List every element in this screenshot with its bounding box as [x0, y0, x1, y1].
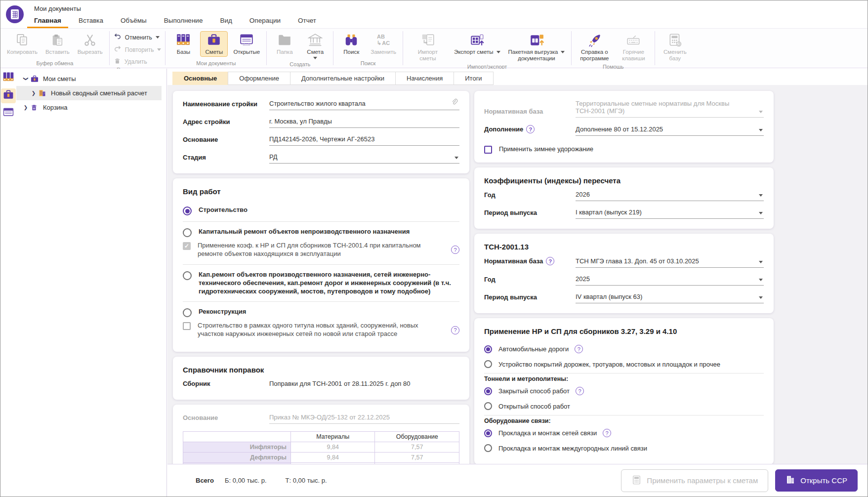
new-title-checkbox-row[interactable]: Строительство в рамках одного титула нов… — [183, 322, 459, 343]
comm-option-longdistance[interactable]: Прокладка и монтаж междугородных линий с… — [484, 441, 764, 456]
undo-button[interactable]: Отменить — [114, 33, 162, 42]
chevron-down-icon[interactable] — [759, 261, 763, 263]
tree-item-my-estimates[interactable]: Мои сметы — [16, 72, 162, 86]
period-select[interactable]: I квартал (выпуск 219) — [576, 208, 764, 219]
new-estimate-button[interactable]: Смета — [301, 31, 329, 61]
tab-dop-nastroyki[interactable]: Дополнительные настройки — [290, 72, 396, 85]
chevron-down-icon[interactable] — [313, 57, 317, 59]
supplement-select[interactable]: Дополнение 80 от 15.12.2025 — [576, 125, 764, 136]
tab-itogi[interactable]: Итоги — [454, 72, 493, 85]
tree-item-trash[interactable]: Корзина — [16, 100, 162, 115]
work-type-option-industrial-overhaul[interactable]: Кап.ремонт объектов производственного на… — [183, 266, 459, 300]
stage-select[interactable]: РД — [269, 153, 459, 164]
winter-costs-checkbox-row[interactable]: Применить зимнее удорожание — [484, 143, 764, 154]
normative-base-select[interactable]: Территориальные сметные нормативы для Мо… — [576, 100, 764, 118]
radio-icon[interactable] — [484, 360, 492, 368]
chevron-down-icon[interactable] — [759, 279, 763, 281]
radio-checked-icon[interactable] — [183, 207, 192, 215]
estimates-button[interactable]: Сметы — [200, 31, 228, 57]
chevron-right-icon[interactable] — [29, 90, 38, 96]
menu-tab-vypolnenie[interactable]: Выполнение — [157, 17, 210, 28]
menu-tab-vstavka[interactable]: Вставка — [72, 17, 110, 28]
tab-oformlenie[interactable]: Оформление — [228, 72, 290, 85]
radio-checked-icon[interactable] — [484, 429, 492, 437]
apply-parameters-button[interactable]: Применить параметры к сметам — [621, 469, 768, 492]
import-estimate-button[interactable]: Импорт сметы — [407, 31, 449, 63]
radio-checked-icon[interactable] — [484, 345, 492, 353]
indices-basis-input[interactable]: Приказ № МКЭ-ОД/25-132 от 22.12.2025 — [269, 414, 459, 424]
tunnels-option-open[interactable]: Открытый способ работ — [484, 399, 764, 414]
keyboard-icon — [626, 33, 641, 47]
menu-tab-glavnaya[interactable]: Главная — [27, 17, 68, 28]
rail-bases-button[interactable] — [1, 71, 16, 85]
rail-estimates-button[interactable] — [1, 88, 16, 103]
help-icon[interactable] — [603, 429, 611, 437]
help-icon[interactable] — [526, 125, 535, 133]
chevron-down-icon[interactable] — [21, 76, 30, 82]
construction-name-input[interactable]: Строительство жилого квартала — [269, 100, 459, 110]
overhaul-coef-checkbox-row[interactable]: Применение коэф. к НР и СП для сборников… — [183, 242, 459, 263]
change-database-button[interactable]: Сменить базу — [659, 31, 691, 63]
help-icon[interactable] — [451, 326, 459, 334]
chevron-down-icon[interactable] — [455, 157, 458, 159]
cut-button[interactable]: Вырезать — [75, 31, 105, 57]
construction-address-input[interactable]: г. Москва, ул Правды — [269, 118, 459, 128]
open-ssr-button[interactable]: Открыть ССР — [775, 469, 858, 492]
chevron-down-icon[interactable] — [759, 296, 763, 299]
new-folder-button[interactable]: Папка — [271, 31, 298, 57]
redo-button[interactable]: Повторить — [114, 45, 162, 54]
bases-button[interactable]: Базы — [169, 31, 197, 57]
work-type-option-reconstruction[interactable]: Реконструкция — [183, 303, 459, 322]
chevron-down-icon[interactable] — [157, 48, 161, 51]
search-button[interactable]: Поиск — [337, 31, 365, 57]
help-icon[interactable] — [451, 246, 459, 254]
replace-button[interactable]: ABAC Заменить — [368, 31, 399, 57]
radio-checked-icon[interactable] — [484, 387, 492, 395]
comm-option-networks[interactable]: Прокладка и монтаж сетей связи — [484, 425, 764, 441]
chevron-down-icon[interactable] — [156, 36, 160, 39]
radio-icon[interactable] — [484, 402, 492, 410]
tab-osnovnye[interactable]: Основные — [172, 72, 228, 85]
opened-button[interactable]: Открытые — [231, 31, 262, 57]
roads-option-pavements[interactable]: Устройство покрытий дорожек, тротуаров, … — [484, 357, 764, 372]
copy-button[interactable]: Копировать — [4, 31, 40, 57]
delete-button[interactable]: Удалить — [114, 57, 162, 66]
export-estimate-button[interactable]: Экспорт сметы — [452, 31, 503, 57]
menu-tab-operacii[interactable]: Операции — [243, 17, 288, 28]
radio-icon[interactable] — [183, 271, 192, 280]
radio-icon[interactable] — [484, 444, 492, 452]
hotkeys-button[interactable]: Горячие клавиши — [616, 31, 651, 63]
year-select[interactable]: 2026 — [576, 191, 764, 201]
basis-input[interactable]: ПД142145-2026, Чертежи АГ-26523 — [269, 135, 459, 146]
chevron-right-icon[interactable] — [21, 105, 30, 110]
chevron-down-icon[interactable] — [759, 111, 763, 113]
checkbox-icon[interactable] — [484, 146, 492, 154]
tunnels-option-closed[interactable]: Закрытый способ работ — [484, 383, 764, 399]
radio-icon[interactable] — [183, 228, 192, 237]
help-icon[interactable] — [576, 387, 584, 395]
menu-tab-otchet[interactable]: Отчет — [291, 17, 323, 28]
checkbox-checked-icon[interactable] — [183, 242, 191, 250]
radio-icon[interactable] — [183, 308, 192, 317]
menu-tab-obyomy[interactable]: Объёмы — [114, 17, 154, 28]
chevron-down-icon[interactable] — [759, 212, 763, 214]
help-icon[interactable] — [575, 345, 583, 353]
tab-nachisleniya[interactable]: Начисления — [395, 72, 454, 85]
tree-item-summary-estimate[interactable]: Новый сводный сметный расчет — [16, 86, 162, 100]
batch-export-button[interactable]: Пакетная выгрузкадокументации — [506, 31, 568, 63]
paperclip-icon[interactable] — [451, 98, 458, 108]
roads-option-auto[interactable]: Автомобильные дороги — [484, 341, 764, 357]
menu-tab-vid[interactable]: Вид — [213, 17, 239, 28]
tsn13-year-select[interactable]: 2025 — [576, 275, 764, 286]
rail-opened-button[interactable] — [1, 106, 16, 121]
about-button[interactable]: Справка о программе — [576, 31, 613, 63]
paste-button[interactable]: Вставить — [43, 31, 72, 57]
chevron-down-icon[interactable] — [759, 194, 763, 197]
work-type-option-construction[interactable]: Строительство — [183, 202, 459, 220]
help-icon[interactable] — [546, 257, 554, 265]
tsn13-base-select[interactable]: ТСН МГЭ глава 13. Доп. 45 от 03.10.2025 — [576, 257, 764, 268]
chevron-down-icon[interactable] — [759, 129, 763, 131]
checkbox-icon[interactable] — [183, 322, 191, 330]
work-type-option-overhaul[interactable]: Капитальный ремонт объектов непроизводст… — [183, 223, 459, 242]
tsn13-period-select[interactable]: IV квартал (выпуск 63) — [576, 293, 764, 303]
